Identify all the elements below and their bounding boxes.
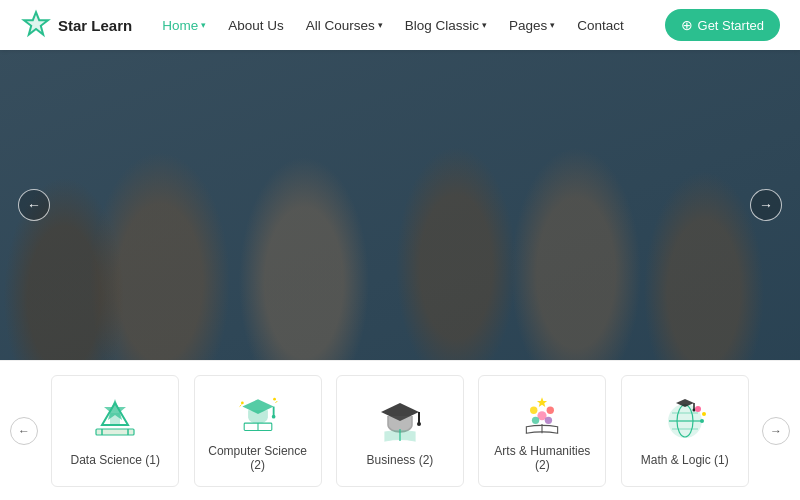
category-list: Data Science (1) Computer Science (2) bbox=[38, 375, 762, 487]
svg-point-23 bbox=[547, 406, 554, 413]
categories-next-button[interactable]: → bbox=[762, 417, 790, 445]
hero-next-button[interactable]: → bbox=[750, 189, 782, 221]
svg-point-24 bbox=[532, 416, 539, 423]
svg-point-38 bbox=[700, 419, 704, 423]
categories-section: ← Data Science (1) bbox=[0, 360, 800, 500]
nav-item-blog[interactable]: Blog Classic ▾ bbox=[405, 18, 487, 33]
nav-item-pages[interactable]: Pages ▾ bbox=[509, 18, 555, 33]
category-item-arts-humanities[interactable]: Arts & Humanities (2) bbox=[478, 375, 606, 487]
svg-point-14 bbox=[273, 397, 276, 400]
get-started-button[interactable]: ⊕ Get Started bbox=[665, 9, 780, 41]
categories-prev-button[interactable]: ← bbox=[10, 417, 38, 445]
nav-links: Home ▾ About Us All Courses ▾ Blog Class… bbox=[162, 18, 664, 33]
arts-humanities-icon bbox=[517, 390, 567, 436]
category-label-data-science: Data Science (1) bbox=[71, 453, 160, 467]
chevron-down-icon: ▾ bbox=[378, 20, 383, 30]
logo-text: Star Learn bbox=[58, 17, 132, 34]
svg-point-19 bbox=[417, 422, 421, 426]
arrow-left-icon: ← bbox=[27, 197, 41, 213]
svg-point-37 bbox=[702, 412, 706, 416]
category-item-math-logic[interactable]: Math & Logic (1) bbox=[621, 375, 749, 487]
category-item-business[interactable]: Business (2) bbox=[336, 375, 464, 487]
computer-science-icon bbox=[233, 390, 283, 436]
category-label-business: Business (2) bbox=[367, 453, 434, 467]
chevron-down-icon: ▾ bbox=[201, 20, 206, 30]
chevron-down-icon: ▾ bbox=[550, 20, 555, 30]
data-science-icon bbox=[90, 395, 140, 445]
category-label-math-logic: Math & Logic (1) bbox=[641, 453, 729, 467]
logo-icon bbox=[20, 9, 52, 41]
category-label-arts-humanities: Arts & Humanities (2) bbox=[489, 444, 595, 472]
arrow-left-icon: ← bbox=[18, 424, 30, 438]
category-label-computer-science: Computer Science (2) bbox=[205, 444, 311, 472]
category-item-computer-science[interactable]: Computer Science (2) bbox=[194, 375, 322, 487]
svg-point-22 bbox=[530, 406, 537, 413]
math-logic-icon bbox=[660, 395, 710, 445]
category-item-data-science[interactable]: Data Science (1) bbox=[51, 375, 179, 487]
business-icon bbox=[375, 395, 425, 445]
svg-point-25 bbox=[545, 416, 552, 423]
svg-point-10 bbox=[271, 414, 275, 418]
plus-circle-icon: ⊕ bbox=[681, 17, 693, 33]
hero-section: WELCOME TO OUR SCHOOL Education is the b… bbox=[0, 50, 800, 360]
svg-marker-26 bbox=[537, 397, 547, 407]
svg-point-13 bbox=[241, 401, 244, 404]
svg-point-36 bbox=[695, 406, 701, 412]
nav-item-about[interactable]: About Us bbox=[228, 18, 284, 33]
hero-people-image bbox=[0, 50, 800, 360]
hero-background bbox=[0, 50, 800, 360]
chevron-down-icon: ▾ bbox=[482, 20, 487, 30]
svg-line-15 bbox=[239, 404, 241, 406]
nav-item-contact[interactable]: Contact bbox=[577, 18, 624, 33]
nav-item-home[interactable]: Home ▾ bbox=[162, 18, 206, 33]
arrow-right-icon: → bbox=[759, 197, 773, 213]
logo[interactable]: Star Learn bbox=[20, 9, 132, 41]
navbar: Star Learn Home ▾ About Us All Courses ▾… bbox=[0, 0, 800, 50]
hero-prev-button[interactable]: ← bbox=[18, 189, 50, 221]
arrow-right-icon: → bbox=[770, 424, 782, 438]
svg-line-16 bbox=[275, 401, 277, 403]
nav-item-courses[interactable]: All Courses ▾ bbox=[306, 18, 383, 33]
